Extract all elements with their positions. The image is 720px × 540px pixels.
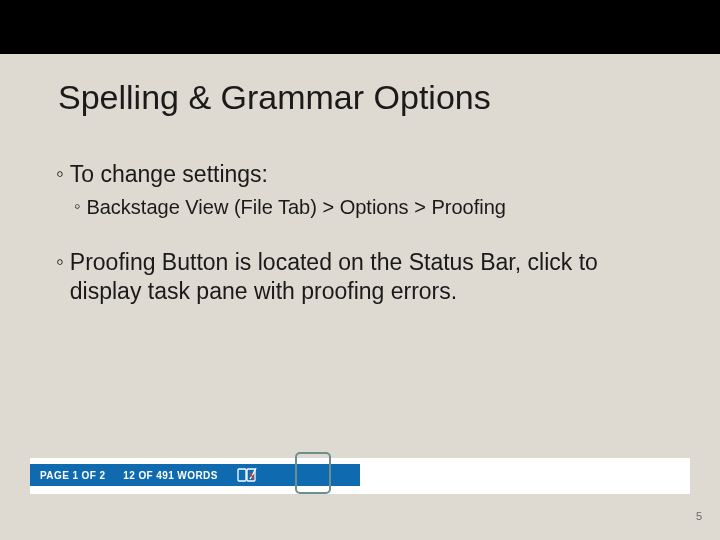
slide-number: 5 xyxy=(696,510,702,522)
proofing-icon xyxy=(237,468,257,482)
slide-top-bar xyxy=(0,0,720,54)
bullet-mark: ◦ xyxy=(74,195,80,218)
bullet-1: ◦ To change settings: xyxy=(56,160,666,189)
bullet-2: ◦ Proofing Button is located on the Stat… xyxy=(56,248,666,306)
bullet-mark: ◦ xyxy=(56,248,64,276)
statusbar-screenshot: PAGE 1 OF 2 12 OF 491 WORDS xyxy=(30,458,690,494)
bullet-1-sub: ◦ Backstage View (File Tab) > Options > … xyxy=(74,195,666,220)
svg-rect-0 xyxy=(238,469,246,481)
bullet-2-text: Proofing Button is located on the Status… xyxy=(70,248,630,306)
proofing-button[interactable] xyxy=(236,467,258,483)
slide-body: ◦ To change settings: ◦ Backstage View (… xyxy=(56,160,666,311)
word-status-bar: PAGE 1 OF 2 12 OF 491 WORDS xyxy=(30,464,360,486)
bullet-1-sub-text: Backstage View (File Tab) > Options > Pr… xyxy=(86,195,505,220)
word-count-field[interactable]: 12 OF 491 WORDS xyxy=(123,470,217,481)
slide-title: Spelling & Grammar Options xyxy=(58,78,491,117)
bullet-1-text: To change settings: xyxy=(70,160,268,189)
page-count-field[interactable]: PAGE 1 OF 2 xyxy=(40,470,105,481)
bullet-mark: ◦ xyxy=(56,160,64,188)
